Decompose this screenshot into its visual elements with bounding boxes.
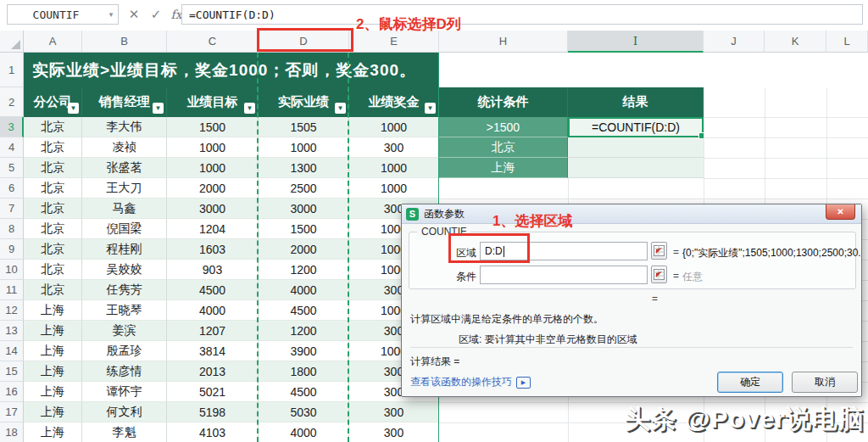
cell[interactable]: 上海 [24,361,82,382]
stats-header-1[interactable]: 统计条件 [439,87,568,117]
cell[interactable]: 1000 [349,178,439,199]
cell[interactable]: 上海 [24,341,82,361]
cell[interactable]: 300 [349,137,439,158]
formula-input[interactable]: =COUNTIF(D:D) [181,4,863,25]
cell[interactable]: 北京 [24,178,82,199]
cell[interactable]: 1603 [167,239,259,260]
filter-icon[interactable]: ▼ [335,103,346,114]
cell[interactable]: 北京 [24,137,82,158]
filter-icon[interactable]: ▼ [425,103,436,114]
cell[interactable]: 倪国梁 [82,219,167,239]
cell[interactable]: 李魁 [82,422,167,442]
cell[interactable]: 1000 [349,117,439,137]
cell[interactable]: 李大伟 [82,117,167,137]
cell[interactable]: 上海 [24,402,82,422]
cell[interactable]: 903 [167,260,259,280]
name-box-dropdown-icon[interactable]: ▾ [104,10,118,19]
row-header-11[interactable]: 11 [0,280,24,300]
cell[interactable]: 北京 [24,260,82,280]
cell[interactable]: 北京 [24,239,82,260]
cell[interactable]: 谭怀宇 [82,382,167,402]
cell[interactable]: 1505 [259,117,349,137]
cell[interactable]: 1500 [259,219,349,239]
column-header-c[interactable]: C [167,31,259,53]
condition-cell[interactable]: 上海 [439,158,568,178]
confirm-entry-icon[interactable]: ✓ [146,4,166,25]
select-all-corner[interactable] [0,31,24,53]
cell[interactable]: 程桂刚 [82,239,167,260]
cell[interactable]: 1000 [259,137,349,158]
cell[interactable]: 王晓琴 [82,300,167,321]
table-header-1[interactable]: 分公司▼ [24,87,82,117]
row-header-4[interactable]: 4 [0,137,24,158]
cell[interactable]: 2000 [167,178,259,199]
dialog-close-button[interactable]: ✕ [826,204,855,220]
cell[interactable]: 殷孟珍 [82,341,167,361]
column-header-a[interactable]: A [24,31,82,53]
column-header-i[interactable]: I [568,31,704,53]
cell[interactable]: 1300 [259,158,349,178]
result-cell[interactable] [568,158,704,178]
row-header-6[interactable]: 6 [0,178,24,199]
criteria-picker-button[interactable] [651,266,667,283]
cell[interactable]: 1000 [167,158,259,178]
cell[interactable]: 上海 [24,382,82,402]
cell[interactable]: 2013 [167,361,259,382]
range-picker-button[interactable] [651,242,667,260]
cell[interactable]: 3900 [259,341,349,361]
column-header-j[interactable]: J [704,31,765,53]
cell[interactable]: 1207 [167,321,259,341]
row-header-2[interactable]: 2 [0,87,24,117]
criteria-field-input[interactable] [480,266,648,284]
column-header-b[interactable]: B [82,31,167,53]
cell[interactable]: 吴姣姣 [82,260,167,280]
cell[interactable]: 5030 [259,402,349,422]
cell[interactable]: 4500 [259,382,349,402]
row-header-16[interactable]: 16 [0,382,24,402]
cell[interactable]: 北京 [24,280,82,300]
row-header-10[interactable]: 10 [0,260,24,280]
name-box[interactable]: COUNTIF ▾ [7,4,119,25]
filter-icon[interactable]: ▼ [68,103,79,114]
condition-cell[interactable]: >1500 [439,117,568,137]
row-header-14[interactable]: 14 [0,341,24,361]
cell[interactable]: 1204 [167,219,259,239]
column-header-l[interactable]: L [826,31,868,53]
title-banner-cell[interactable]: 实际业绩>业绩目标，奖金1000；否则，奖金300。 [24,53,439,87]
active-cell-i3[interactable]: =COUNTIF(D:D) [568,117,704,137]
row-header-9[interactable]: 9 [0,239,24,260]
row-header-1[interactable]: 1 [0,53,24,87]
cell[interactable]: 3000 [167,199,259,219]
cell[interactable]: 任隽芳 [82,280,167,300]
cell[interactable]: 张盛茗 [82,158,167,178]
row-header-18[interactable]: 18 [0,422,24,442]
cell[interactable]: 4000 [259,280,349,300]
cell[interactable]: 凌祯 [82,137,167,158]
cell[interactable]: 北京 [24,117,82,137]
filter-icon[interactable]: ▼ [244,103,255,114]
cell[interactable]: 4500 [167,280,259,300]
cell[interactable]: 2000 [259,239,349,260]
cell[interactable]: 上海 [24,300,82,321]
row-header-7[interactable]: 7 [0,199,24,219]
dialog-titlebar[interactable]: S 函数参数 [402,204,861,224]
row-header-13[interactable]: 13 [0,321,24,341]
ok-button[interactable]: 确定 [717,372,783,393]
cell[interactable]: 300 [349,402,439,422]
cell[interactable]: 何文利 [82,402,167,422]
cell[interactable]: 1500 [167,117,259,137]
cell[interactable]: 4000 [259,422,349,442]
cell[interactable]: 北京 [24,199,82,219]
row-header-8[interactable]: 8 [0,219,24,239]
table-header-2[interactable]: 销售经理▼ [82,87,167,117]
function-help-link[interactable]: 查看该函数的操作技巧 ▶ [410,375,531,389]
table-header-5[interactable]: 业绩奖金▼ [349,87,439,117]
row-header-12[interactable]: 12 [0,300,24,321]
cell[interactable]: 3814 [167,341,259,361]
row-header-3[interactable]: 3 [0,117,24,137]
cell[interactable]: 5021 [167,382,259,402]
cell[interactable]: 4500 [259,300,349,321]
cell[interactable]: 上海 [24,321,82,341]
result-cell[interactable] [568,137,704,158]
cell[interactable]: 1000 [349,158,439,178]
